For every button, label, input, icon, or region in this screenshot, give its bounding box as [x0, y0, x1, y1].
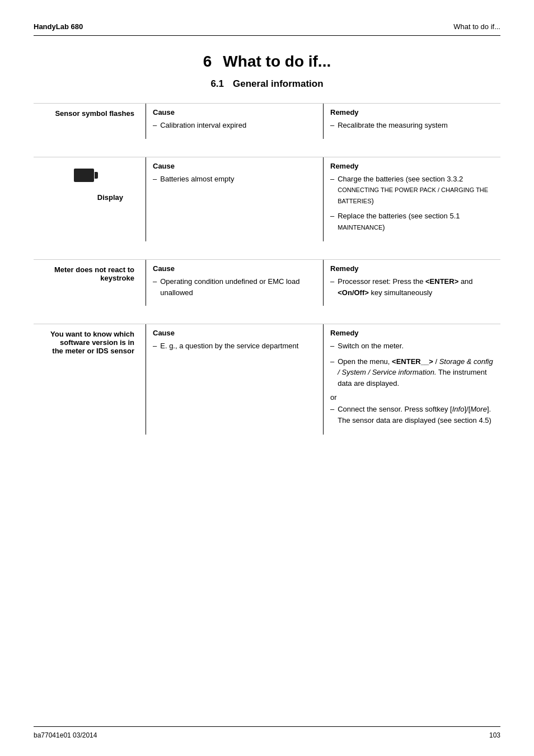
keystroke-section: Meter does not react to keystroke Cause …	[34, 259, 500, 306]
software-label-line2: software version is in	[60, 338, 134, 347]
header-right: What to do if...	[453, 22, 500, 31]
batteries-right: Cause – Batteries almost empty Remedy – …	[146, 157, 500, 242]
section-number: 6.1	[210, 78, 224, 89]
sensor-symbol-remedy: Remedy – Recalibrate the measuring syste…	[324, 104, 500, 139]
software-version-right: Cause – E. g., a question by the service…	[146, 324, 500, 435]
batteries-cause-col: Cause – Batteries almost empty	[146, 157, 324, 242]
keystroke-label-line1: Meter does not react to	[54, 265, 134, 274]
batteries-left-col: Display	[34, 157, 146, 242]
software-remedy-2: – Open the menu, <ENTER__> / Storage & c…	[330, 356, 494, 389]
enter-key-text: <ENTER>	[425, 277, 458, 286]
or-text: or	[330, 393, 494, 402]
batteries-cause-item: – Batteries almost empty	[153, 174, 316, 185]
footer-right: 103	[489, 731, 500, 739]
sensor-symbol-header-row: Cause – Calibration interval expired Rem…	[146, 104, 500, 139]
chapter-number: 6	[203, 53, 212, 70]
small-caps-maintenance: Maintenance	[338, 224, 382, 231]
keystroke-content-row: Cause – Operating condition undefined or…	[146, 260, 500, 306]
chapter-title: 6What to do if...	[34, 53, 500, 71]
section-title: 6.1General information	[34, 78, 500, 90]
software-label-line1: You want to know which	[50, 330, 134, 338]
header-left: HandyLab 680	[34, 22, 83, 31]
software-label-line3: the meter or IDS sensor	[52, 347, 134, 355]
page-header: HandyLab 680 What to do if...	[34, 22, 500, 36]
batteries-section: Display Cause – Batteries almost empty R…	[34, 157, 500, 242]
software-content-row: Cause – E. g., a question by the service…	[146, 324, 500, 435]
chapter-title-text: What to do if...	[223, 53, 331, 70]
page-footer: ba77041e01 03/2014 103	[34, 726, 500, 739]
section-title-text: General information	[233, 78, 324, 89]
keystroke-cause-item: – Operating condition undefined or EMC l…	[153, 276, 316, 298]
software-cause-col: Cause – E. g., a question by the service…	[146, 324, 324, 435]
cause-item: – Calibration interval expired	[153, 120, 316, 131]
keystroke-right: Cause – Operating condition undefined or…	[146, 260, 500, 306]
keystroke-cause-col: Cause – Operating condition undefined or…	[146, 260, 324, 306]
sensor-symbol-right: Cause – Calibration interval expired Rem…	[146, 104, 500, 139]
enter-menu-text: <ENTER__>	[392, 357, 433, 366]
footer-left: ba77041e01 03/2014	[34, 731, 97, 739]
software-version-left-col: You want to know which software version …	[34, 324, 146, 435]
keystroke-remedy-item: – Processor reset: Press the <ENTER> and…	[330, 276, 494, 298]
remedy-item: – Recalibrate the measuring system	[330, 120, 494, 131]
battery-icon	[74, 169, 94, 182]
onoff-key-text: <On/Off>	[338, 288, 369, 297]
small-caps-text: Connecting the Power Pack / Charging the…	[338, 186, 488, 204]
software-cause-item: – E. g., a question by the service depar…	[153, 340, 316, 352]
software-version-section: You want to know which software version …	[34, 324, 500, 435]
software-remedy-3: – Connect the sensor. Press softkey [Inf…	[330, 404, 494, 426]
batteries-remedy-col: Remedy – Charge the batteries (see secti…	[324, 157, 500, 242]
batteries-remedy-2: – Replace the batteries (see section 5.1…	[330, 211, 494, 232]
batteries-content-row: Cause – Batteries almost empty Remedy – …	[146, 157, 500, 242]
page: HandyLab 680 What to do if... 6What to d…	[0, 0, 534, 756]
display-label: Display	[34, 193, 134, 202]
sensor-symbol-label: Sensor symbol flashes	[34, 104, 146, 139]
sensor-symbol-cause-header: Cause – Calibration interval expired	[146, 104, 324, 139]
keystroke-left-col: Meter does not react to keystroke	[34, 260, 146, 306]
keystroke-label-line2: keystroke	[100, 274, 134, 282]
software-remedy-1: – Switch on the meter.	[330, 340, 494, 352]
batteries-remedy-1: – Charge the batteries (see section 3.3.…	[330, 174, 494, 207]
software-remedy-col: Remedy – Switch on the meter. – Open the…	[324, 324, 500, 435]
sensor-symbol-section: Sensor symbol flashes Cause – Calibratio…	[34, 103, 500, 139]
battery-icon-container	[34, 163, 134, 188]
keystroke-remedy-col: Remedy – Processor reset: Press the <ENT…	[324, 260, 500, 306]
